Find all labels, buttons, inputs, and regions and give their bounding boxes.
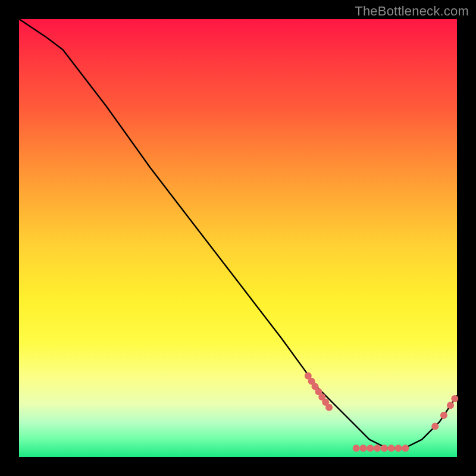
data-marker	[374, 444, 381, 452]
data-marker	[353, 444, 360, 452]
data-marker	[367, 444, 374, 452]
data-marker	[381, 444, 388, 452]
plot-area	[19, 19, 457, 457]
data-marker	[360, 444, 367, 452]
data-marker	[325, 404, 333, 411]
data-marker	[402, 444, 409, 452]
data-marker	[388, 444, 395, 452]
bottleneck-curve	[19, 19, 457, 448]
chart-frame: TheBottleneck.com	[0, 0, 476, 476]
marker-group	[305, 372, 459, 452]
data-marker	[431, 423, 439, 430]
data-marker	[440, 412, 447, 419]
chart-svg	[19, 19, 457, 457]
data-marker	[394, 444, 402, 452]
watermark-text: TheBottleneck.com	[355, 4, 469, 19]
data-marker	[451, 395, 458, 402]
data-marker	[447, 402, 454, 409]
